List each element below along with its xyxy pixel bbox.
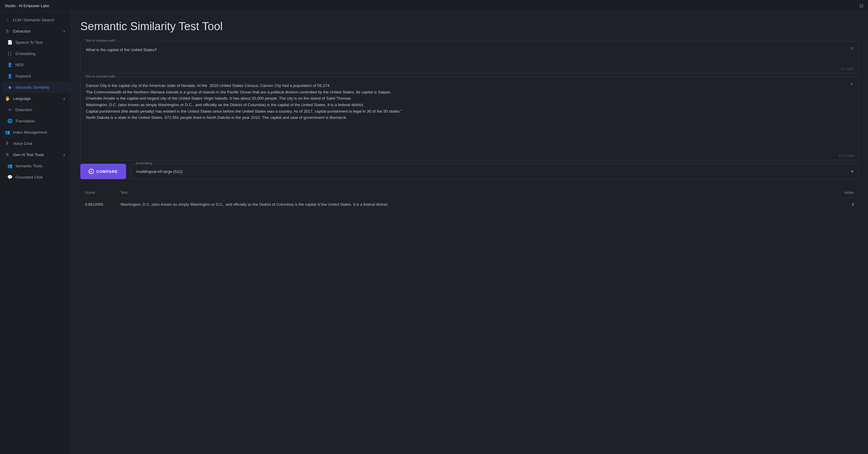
sidebar-item-label: Translation (16, 119, 35, 123)
field1-label: Text to compare with (84, 39, 116, 42)
field1-clear-button[interactable]: ✕ (849, 46, 854, 51)
extraction-chevron-icon: ▲ (63, 29, 66, 33)
compare-button-label: COMPARE (96, 169, 118, 174)
sidebar-item-index-management[interactable]: 👥 Index Management (0, 126, 70, 138)
sidebar-item-label: Keyword (16, 74, 31, 78)
gen-ai-section-icon: ⇅ (5, 152, 10, 157)
table-header-row: Score Text Index (80, 188, 859, 198)
compare-button[interactable]: ⚡ COMPARE (80, 164, 126, 179)
text-compare-field-2: Text to compare with ✕ 972 / 1000 (80, 77, 859, 160)
language-children: ≡ Detection 🌐 Translation (0, 104, 70, 126)
field2-clear-button[interactable]: ✕ (849, 81, 854, 87)
table-row: 0.8613565 Washington, D.C. (also known a… (80, 198, 859, 211)
sidebar: ⌂ LLM / Semantic Search ⇅ Extraction ▲ 📄… (0, 12, 71, 454)
sidebar-item-label: Semantic Similarity (16, 85, 49, 90)
language-chevron-icon: ▲ (63, 97, 66, 100)
main-content: Semantic Similarity Test Tool Text to co… (71, 12, 868, 454)
result-text: Washington, D.C. (also known as simply W… (116, 198, 835, 211)
result-score: 0.8613565 (80, 198, 116, 211)
app-layout: ⌂ LLM / Semantic Search ⇅ Extraction ▲ 📄… (0, 12, 868, 454)
sidebar-item-label: Embedding (16, 51, 35, 56)
embedding-icon: [ ] (7, 51, 12, 56)
home-icon: ⌂ (5, 17, 10, 23)
ner-icon: 👤 (7, 62, 12, 67)
grounded-chat-icon: 💬 (7, 174, 12, 180)
app-title: Studio - AI Empower Labs (5, 4, 49, 8)
sidebar-item-label: Index Management (13, 130, 47, 135)
page-title: Semantic Similarity Test Tool (80, 20, 859, 33)
sidebar-item-speech-to-text[interactable]: 📄 Speech To Text (2, 37, 70, 48)
sidebar-item-voice-chat[interactable]: 🎙 Voice Chat (0, 138, 70, 149)
semantic-tools-icon: 👥 (7, 163, 12, 168)
sidebar-item-semantic-similarity[interactable]: ◆ Semantic Similarity (2, 82, 70, 93)
sidebar-item-translation[interactable]: 🌐 Translation (2, 115, 70, 126)
col-header-score: Score (80, 188, 116, 198)
sidebar-item-label: Grounded Chat (16, 175, 42, 179)
text-compare-field-1: Text to compare with ✕ 41 / 1000 (80, 41, 859, 73)
index-management-icon: 👥 (5, 130, 10, 135)
gen-ai-children: 👥 Semantic Tools 💬 Grounded Chat (0, 160, 70, 183)
titlebar: Studio - AI Empower Labs ⊟ (0, 0, 868, 12)
sidebar-item-semantic-tools[interactable]: 👥 Semantic Tools (2, 160, 70, 171)
results-table: Score Text Index 0.8613565 Washington, D… (80, 188, 859, 211)
col-header-index: Index (835, 188, 859, 198)
sidebar-item-embedding[interactable]: [ ] Embedding (2, 48, 70, 59)
gen-ai-section-label: Gen AI Test Tools (13, 152, 44, 157)
extraction-section-icon: ⇅ (5, 28, 10, 34)
sidebar-item-grounded-chat[interactable]: 💬 Grounded Chat (2, 171, 70, 183)
sidebar-section-extraction[interactable]: ⇅ Extraction ▲ (0, 25, 70, 37)
sidebar-item-label: Detection (16, 108, 32, 112)
sidebar-item-detection[interactable]: ≡ Detection (2, 104, 70, 115)
sidebar-item-label: Speech To Text (16, 40, 42, 45)
semantic-similarity-icon: ◆ (7, 85, 12, 90)
sidebar-item-label: Semantic Tools (16, 164, 42, 168)
sidebar-item-label: Voice Chat (13, 141, 32, 146)
extraction-children: 📄 Speech To Text [ ] Embedding 👤 NER 👤 K… (0, 37, 70, 93)
text-compare-input-1[interactable] (81, 41, 858, 65)
field2-counter: 972 / 1000 (81, 153, 858, 160)
embedding-dropdown-wrapper: Embedding multilingual-e5-large (512)tex… (131, 164, 859, 179)
window-controls-icon: ⊟ (860, 3, 863, 8)
translation-icon: 🌐 (7, 118, 12, 123)
sidebar-section-gen-ai[interactable]: ⇅ Gen AI Test Tools ▲ (0, 149, 70, 160)
field1-counter: 41 / 1000 (81, 66, 858, 73)
compare-button-icon: ⚡ (89, 169, 94, 174)
sidebar-item-ner[interactable]: 👤 NER (2, 59, 70, 70)
sidebar-section-language[interactable]: 🖐 Language ▲ (0, 93, 70, 104)
sidebar-item-label: NER (16, 63, 24, 67)
voice-chat-icon: 🎙 (5, 141, 10, 146)
result-index: 3 (835, 198, 859, 211)
extraction-section-label: Extraction (13, 29, 31, 33)
sidebar-item-label: LLM / Semantic Search (13, 18, 54, 22)
compare-row: ⚡ COMPARE Embedding multilingual-e5-larg… (80, 164, 859, 179)
gen-ai-chevron-icon: ▲ (63, 153, 66, 157)
embedding-label: Embedding (135, 161, 154, 165)
embedding-select[interactable]: multilingual-e5-large (512)text-embeddin… (131, 165, 858, 178)
sidebar-item-keyword[interactable]: 👤 Keyword (2, 70, 70, 82)
keyword-icon: 👤 (7, 73, 12, 79)
field2-label: Text to compare with (84, 75, 116, 78)
sidebar-item-llm-semantic-search[interactable]: ⌂ LLM / Semantic Search (0, 14, 70, 25)
speech-to-text-icon: 📄 (7, 39, 12, 45)
col-header-text: Text (116, 188, 835, 198)
language-section-label: Language (13, 96, 31, 101)
detection-icon: ≡ (7, 107, 12, 112)
language-section-icon: 🖐 (5, 96, 10, 101)
text-compare-input-2[interactable] (81, 77, 858, 152)
